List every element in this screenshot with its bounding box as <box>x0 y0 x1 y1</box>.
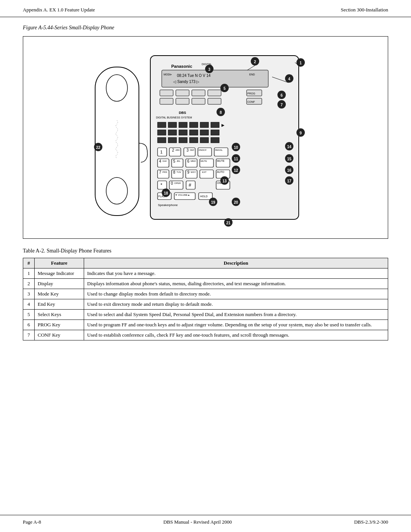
svg-text:DNDCF: DNDCF <box>199 149 207 151</box>
svg-text:1: 1 <box>299 61 302 65</box>
svg-text:END: END <box>249 73 255 76</box>
svg-text:7: 7 <box>159 170 161 174</box>
svg-text:15: 15 <box>287 157 292 161</box>
svg-text:AUTO: AUTO <box>217 171 225 173</box>
svg-rect-34 <box>168 130 177 135</box>
svg-text:DEF: DEF <box>190 149 194 151</box>
svg-text:REDAL: REDAL <box>215 149 223 151</box>
svg-text:◁ Sandy           173  ▷: ◁ Sandy 173 ▷ <box>173 80 199 84</box>
cell-feature: Select Keys <box>35 310 84 320</box>
svg-text:4: 4 <box>159 159 161 163</box>
svg-rect-43 <box>200 137 209 143</box>
svg-rect-44 <box>211 137 219 143</box>
svg-text:Panasonic: Panasonic <box>171 64 192 69</box>
svg-text:11: 11 <box>234 157 238 161</box>
svg-text:TUV: TUV <box>177 171 181 173</box>
svg-rect-20 <box>160 98 173 104</box>
svg-text:PRS: PRS <box>162 171 167 173</box>
svg-rect-41 <box>179 137 187 143</box>
svg-text:MUTE: MUTE <box>201 160 207 162</box>
svg-text:8: 8 <box>173 170 175 174</box>
phone-diagram: Panasonic DIGITAL MOD⊳ END 08:24 Tue N O… <box>23 36 388 239</box>
svg-text:9: 9 <box>187 170 190 174</box>
svg-rect-21 <box>176 98 189 104</box>
svg-text:5: 5 <box>223 86 226 91</box>
cell-feature: Display <box>35 279 84 289</box>
svg-rect-23 <box>208 98 221 104</box>
svg-text:22: 22 <box>96 145 100 150</box>
svg-text:MUTE: MUTE <box>217 160 225 162</box>
table-row: 7CONF KeyUsed to establish conference ca… <box>23 330 388 340</box>
svg-rect-14 <box>160 90 173 96</box>
page-footer: Page A-8 DBS Manual - Revised April 2000… <box>0 515 411 532</box>
features-table: # Feature Description 1Message Indicator… <box>23 258 388 340</box>
svg-text:08:24  Tue N O V  14: 08:24 Tue N O V 14 <box>177 73 211 78</box>
svg-rect-35 <box>179 130 187 135</box>
svg-text:JKL: JKL <box>177 160 181 162</box>
svg-text:EXT: EXT <box>202 171 207 173</box>
cell-description: Indicates that you have a message. <box>84 268 388 279</box>
svg-text:9: 9 <box>299 131 302 135</box>
svg-text:MOD⊳: MOD⊳ <box>164 73 172 76</box>
cell-number: 7 <box>23 330 35 340</box>
header-right: Section 300-Installation <box>341 7 388 13</box>
main-content: Figure A-5.44-Series Small-Display Phone… <box>0 17 411 515</box>
svg-text:20: 20 <box>234 200 238 204</box>
table-row: 4End KeyUsed to exit directory mode and … <box>23 299 388 310</box>
svg-rect-28 <box>179 122 187 128</box>
svg-text:*: * <box>161 182 162 188</box>
col-header-number: # <box>23 258 35 268</box>
svg-text:WXY: WXY <box>191 171 196 173</box>
page: Appendix A. EX 1.0 Feature Update Sectio… <box>0 0 411 532</box>
cell-number: 1 <box>23 268 35 279</box>
footer-right: DBS-2.3/9.2-300 <box>354 519 388 525</box>
table-row: 2DisplayDisplays information about phone… <box>23 279 388 289</box>
svg-text:#: # <box>189 182 191 188</box>
cell-number: 2 <box>23 279 35 289</box>
svg-text:0: 0 <box>171 181 173 185</box>
svg-text:ABC: ABC <box>175 149 180 151</box>
svg-text:DBS: DBS <box>179 111 186 115</box>
svg-text:Speakerphone: Speakerphone <box>158 203 178 207</box>
svg-text:13: 13 <box>222 179 227 183</box>
svg-text:▶: ▶ <box>221 123 225 127</box>
svg-rect-36 <box>190 130 198 135</box>
phone-svg: Panasonic DIGITAL MOD⊳ END 08:24 Tue N O… <box>76 44 335 231</box>
svg-point-2 <box>106 177 127 204</box>
footer-center: DBS Manual - Revised April 2000 <box>163 519 232 525</box>
svg-rect-38 <box>211 130 219 135</box>
svg-text:3: 3 <box>208 67 210 72</box>
svg-rect-27 <box>168 122 177 128</box>
svg-text:19: 19 <box>211 200 215 204</box>
svg-text:DIGITAL BUSINESS SYSTEM: DIGITAL BUSINESS SYSTEM <box>156 116 192 119</box>
svg-rect-22 <box>192 98 205 104</box>
svg-text:10: 10 <box>234 145 238 150</box>
table-row: 1Message IndicatorIndicates that you hav… <box>23 268 388 279</box>
svg-text:OPER: OPER <box>174 182 181 184</box>
svg-rect-26 <box>158 122 166 128</box>
svg-text:HOLD: HOLD <box>200 195 207 198</box>
svg-text:12: 12 <box>234 168 238 173</box>
figure-title: Figure A-5.44-Series Small-Display Phone <box>23 25 388 31</box>
svg-text:1: 1 <box>160 150 162 154</box>
cell-description: Displays information about phone's statu… <box>84 279 388 289</box>
svg-rect-30 <box>200 122 209 128</box>
cell-number: 6 <box>23 320 35 330</box>
svg-text:8: 8 <box>220 110 222 115</box>
svg-text:21: 21 <box>226 221 231 225</box>
svg-text:17: 17 <box>287 179 292 183</box>
svg-rect-16 <box>192 90 205 96</box>
svg-rect-6 <box>162 70 268 87</box>
svg-text:5: 5 <box>173 159 175 163</box>
svg-rect-15 <box>176 90 189 96</box>
svg-text:2: 2 <box>172 148 174 152</box>
cell-feature: End Key <box>35 299 84 310</box>
svg-text:3: 3 <box>186 148 189 152</box>
cell-feature: PROG Key <box>35 320 84 330</box>
cell-description: Used to select and dial System Speed Dia… <box>84 310 388 320</box>
table-row: 5Select KeysUsed to select and dial Syst… <box>23 310 388 320</box>
table-title: Table A-2. Small-Display Phone Features <box>23 248 388 254</box>
svg-text:7: 7 <box>280 103 283 107</box>
cell-description: Used to establish conference calls, chec… <box>84 330 388 340</box>
svg-text:GHI: GHI <box>162 160 167 162</box>
